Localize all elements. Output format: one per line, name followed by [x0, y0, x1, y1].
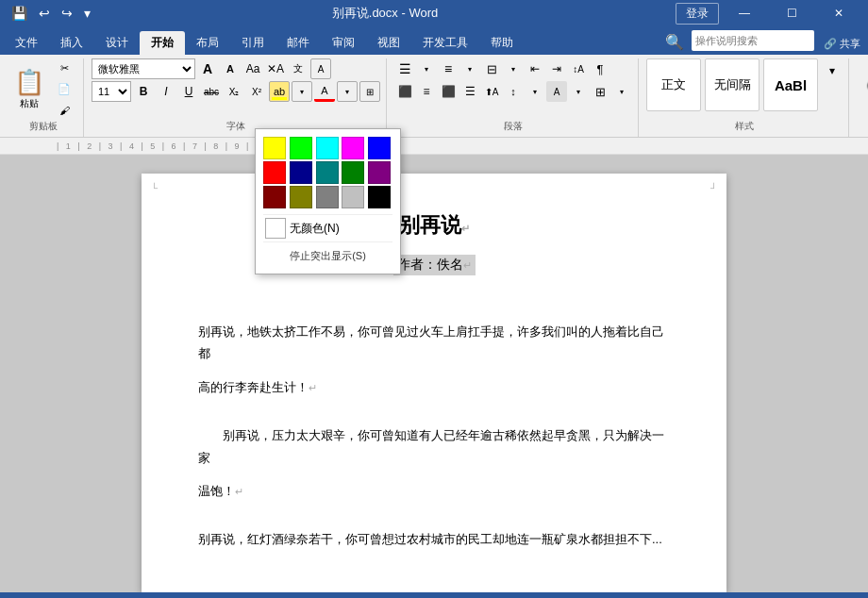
color-swatch-purple[interactable] [368, 161, 391, 184]
font-family-select[interactable]: 微软雅黑 [92, 58, 195, 79]
highlight-color-button[interactable]: ab [269, 81, 290, 102]
tab-references[interactable]: 引用 [230, 31, 275, 55]
clipboard-content: 📋 粘贴 ✂ 📄 🖌 [9, 58, 77, 120]
subscript-button[interactable]: X₂ [224, 81, 244, 102]
cut-button[interactable]: ✂ [51, 59, 77, 78]
para-mark-1: ↵ [309, 382, 317, 393]
tab-review[interactable]: 审阅 [321, 31, 366, 55]
font-controls: 微软雅黑 A A Aa ✕A 文 A 11 B I U abc X₂ X² ab [92, 58, 380, 102]
show-marks-button[interactable]: ¶ [590, 58, 610, 79]
paste-label: 粘贴 [20, 97, 39, 110]
copy-button[interactable]: 📄 [51, 80, 77, 99]
tab-home[interactable]: 开始 [140, 31, 185, 55]
document-page[interactable]: └ ┘ 别再说↵ 作者：佚名↵ 别再说，地铁太挤工作不易，你可曾见过火车上肩扛手… [142, 174, 726, 592]
tab-design[interactable]: 设计 [94, 31, 140, 55]
line-spacing-button[interactable]: ↕ [503, 81, 524, 102]
document-author: 作者：佚名↵ [393, 255, 476, 275]
sort-button[interactable]: ↕A [568, 58, 589, 79]
login-button[interactable]: 登录 [676, 3, 719, 25]
ruler-marks: | 1 | 2 | 3 | 4 | 5 | 6 | 7 | 8 | 9 | 10… [57, 141, 275, 151]
border-button[interactable]: ⊞ [590, 81, 610, 102]
tab-layout[interactable]: 布局 [185, 31, 230, 55]
align-left-button[interactable]: ⬛ [394, 81, 415, 102]
tab-insert[interactable]: 插入 [49, 31, 94, 55]
font-color-button[interactable]: A [314, 81, 335, 102]
para-controls: ☰ ▾ ≡ ▾ ⊟ ▾ ⇤ ⇥ ↕A ¶ ⬛ ≡ ⬛ ☰ ⬆A ↕ ▾ A ▾ [394, 58, 632, 102]
stop-highlight-option[interactable]: 停止突出显示(S) [263, 246, 392, 266]
tab-developer[interactable]: 开发工具 [411, 31, 479, 55]
strikethrough-button[interactable]: abc [201, 81, 222, 102]
title-bar-left: 💾 ↩ ↪ ▾ [8, 4, 94, 23]
color-swatch-red[interactable] [263, 161, 286, 184]
bullet-list-button[interactable]: ☰ [394, 58, 415, 79]
redo-button[interactable]: ↪ [58, 4, 76, 23]
phonetic-button[interactable]: 文 [288, 58, 309, 79]
format-painter-button[interactable]: 🖌 [51, 101, 77, 120]
find-button[interactable]: 🔍 [857, 69, 868, 110]
bold-button[interactable]: B [133, 81, 154, 102]
save-button[interactable]: 💾 [8, 4, 31, 23]
styles-more-button[interactable]: ▾ [822, 60, 843, 81]
search-input[interactable] [692, 30, 814, 51]
color-swatch-darkgreen[interactable] [342, 161, 364, 184]
font-increase-button[interactable]: A [197, 58, 218, 79]
multilevel-list-button[interactable]: ⊟ [481, 58, 502, 79]
change-case-button[interactable]: Aa [242, 58, 263, 79]
align-right-button[interactable]: ⬛ [438, 81, 459, 102]
editing-content: 🔍 [857, 58, 868, 120]
clear-format-button[interactable]: ✕A [265, 58, 286, 79]
style-no-spacing[interactable]: 无间隔 [705, 58, 760, 111]
tab-file[interactable]: 文件 [4, 31, 49, 55]
undo-button[interactable]: ↩ [35, 4, 54, 23]
minimize-button[interactable]: — [723, 0, 766, 26]
tab-view[interactable]: 视图 [366, 31, 411, 55]
color-swatch-darkred[interactable] [263, 186, 286, 208]
font-size-select[interactable]: 11 [92, 81, 131, 102]
font-decrease-button[interactable]: A [220, 58, 241, 79]
superscript-button[interactable]: X² [246, 81, 267, 102]
color-swatch-cyan[interactable] [316, 137, 339, 159]
para-mark-author: ↵ [463, 259, 472, 271]
color-swatch-silver[interactable] [342, 186, 364, 208]
color-swatch-green[interactable] [290, 137, 312, 159]
color-swatch-olive[interactable] [290, 186, 312, 208]
style-normal[interactable]: 正文 [646, 58, 701, 111]
close-button[interactable]: ✕ [817, 0, 860, 26]
color-swatch-magenta[interactable] [342, 137, 364, 159]
line-spacing-dropdown-button[interactable]: ▾ [525, 81, 545, 102]
shading-button[interactable]: A [546, 81, 567, 102]
font-color-dropdown-button[interactable]: ▾ [337, 81, 358, 102]
multilevel-dropdown-button[interactable]: ▾ [503, 58, 524, 79]
color-swatch-gray[interactable] [316, 186, 339, 208]
paste-button[interactable]: 📋 粘贴 [9, 60, 49, 119]
maximize-button[interactable]: ☐ [770, 0, 813, 26]
bullet-dropdown-button[interactable]: ▾ [416, 58, 437, 79]
increase-indent-button[interactable]: ⇥ [546, 58, 567, 79]
numbered-list-button[interactable]: ≡ [438, 58, 459, 79]
justify-button[interactable]: ☰ [459, 81, 480, 102]
decrease-indent-button[interactable]: ⇤ [525, 58, 545, 79]
style-heading1[interactable]: AaBl [763, 58, 818, 111]
numbered-dropdown-button[interactable]: ▾ [459, 58, 480, 79]
tab-help[interactable]: 帮助 [479, 31, 525, 55]
border-font-button[interactable]: ⊞ [359, 81, 380, 102]
border-char-button[interactable]: A [310, 58, 331, 79]
tab-mailings[interactable]: 邮件 [275, 31, 321, 55]
highlight-dropdown-button[interactable]: ▾ [292, 81, 312, 102]
color-swatch-yellow[interactable] [263, 137, 286, 159]
color-swatch-blue[interactable] [368, 137, 391, 159]
color-swatch-teal[interactable] [316, 161, 339, 184]
border-dropdown-button[interactable]: ▾ [611, 81, 632, 102]
color-swatch-black[interactable] [368, 186, 391, 208]
shading-dropdown-button[interactable]: ▾ [568, 81, 589, 102]
align-center-button[interactable]: ≡ [416, 81, 437, 102]
customize-quick-access-button[interactable]: ▾ [80, 4, 94, 23]
no-color-option[interactable]: 无颜色(N) [263, 214, 392, 242]
color-swatch-darkblue[interactable] [290, 161, 312, 184]
title-bar: 💾 ↩ ↪ ▾ 别再说.docx - Word 登录 — ☐ ✕ [0, 0, 868, 26]
share-button[interactable]: 🔗 共享 [824, 37, 860, 51]
underline-button[interactable]: U [178, 81, 199, 102]
italic-button[interactable]: I [156, 81, 176, 102]
text-direction-button[interactable]: ⬆A [481, 81, 502, 102]
document-paragraph-3: 别再说，压力太大艰辛，你可曾知道有人已经年逾古稀依然起早贪黑，只为解决一家 [198, 424, 670, 469]
